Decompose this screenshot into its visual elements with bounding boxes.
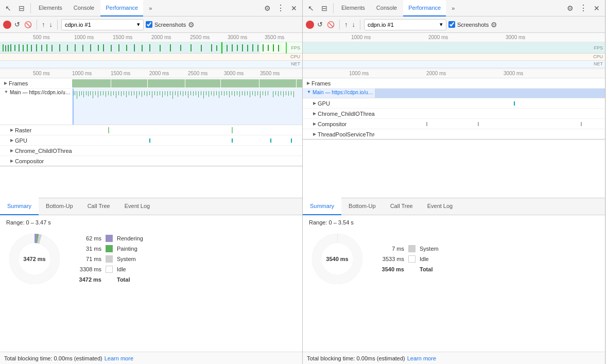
left-cpu-bar: CPU [0, 54, 302, 61]
tab-bottomup-left[interactable]: Bottom-Up [39, 198, 80, 215]
gpu-row-left[interactable]: ▶ GPU [0, 135, 302, 146]
tab-calltree-left[interactable]: Call Tree [80, 198, 117, 215]
right-timeline[interactable]: 1000 ms 2000 ms 3000 ms ▶ Frames ▼ Main … [303, 69, 605, 198]
left-rendering-name: Rendering [117, 235, 143, 241]
reload-icon-right[interactable]: ↺ [316, 20, 324, 29]
upload-icon-left[interactable]: ↑ [41, 20, 46, 29]
left-legend-total: 3472 ms Total [73, 276, 143, 283]
url-dropdown-right[interactable]: ▾ [440, 21, 443, 28]
left-donut-label: 3472 ms [23, 256, 45, 262]
more-tabs-left-icon[interactable]: » [144, 2, 157, 14]
left-footer-link[interactable]: Learn more [105, 355, 133, 361]
clear-icon-left[interactable]: 🚫 [23, 20, 33, 29]
gpu-arrow-right[interactable]: ▶ [313, 101, 316, 106]
svg-rect-52 [221, 79, 259, 88]
frames-row-right[interactable]: ▶ Frames [303, 78, 605, 89]
right-time-ruler: 1000 ms 2000 ms 3000 ms [303, 33, 605, 42]
child-io-row-right[interactable]: ▶ Chrome_ChildIOThread [303, 109, 605, 119]
gear-icon-right[interactable]: ⚙ [491, 21, 497, 29]
tick-500: 500 ms [33, 34, 50, 40]
close-right-icon[interactable]: ✕ [591, 2, 603, 14]
screenshots-input-left[interactable] [146, 21, 152, 28]
left-summary-panel: Range: 0 – 3.47 s 3472 ms [0, 215, 302, 352]
svg-rect-147 [149, 138, 150, 143]
tab-summary-right[interactable]: Summary [303, 198, 341, 215]
child-io-arrow-right[interactable]: ▶ [313, 111, 316, 116]
more-left-icon[interactable]: ⋮ [274, 2, 287, 14]
tab-bottomup-right[interactable]: Bottom-Up [341, 198, 383, 215]
compositor-row-right[interactable]: ▶ Compositor [303, 119, 605, 129]
settings-right-icon[interactable]: ⚙ [564, 2, 576, 14]
rtick-1000: 1000 ms [351, 34, 371, 40]
tab-console-right[interactable]: Console [371, 0, 402, 16]
frames-label-left: Frames [9, 80, 28, 86]
raster-arrow-left[interactable]: ▶ [10, 128, 13, 132]
tab-calltree-right[interactable]: Call Tree [383, 198, 420, 215]
threadpool-arrow-right[interactable]: ▶ [313, 132, 316, 136]
tab-summary-left[interactable]: Summary [0, 198, 39, 215]
clear-icon-right[interactable]: 🚫 [326, 20, 336, 29]
cursor-icon[interactable]: ↖ [2, 2, 14, 14]
panel-icon[interactable]: ⊟ [15, 2, 28, 14]
download-icon-left[interactable]: ↓ [48, 20, 54, 29]
url-dropdown-left[interactable]: ▾ [137, 21, 140, 28]
svg-rect-165 [514, 101, 515, 106]
left-idle-val: 3308 ms [73, 266, 101, 272]
left-toolbar2: ↺ 🚫 ↑ ↓ cdpn.io #1 ▾ Screenshots ⚙ [0, 16, 302, 33]
left-idle-swatch [106, 266, 113, 273]
right-footer-text: Total blocking time: 0.00ms (estimated) [307, 355, 405, 361]
child-io-arrow-left[interactable]: ▶ [10, 148, 13, 153]
tab-elements-left[interactable]: Elements [33, 0, 67, 16]
tab-eventlog-right[interactable]: Event Log [420, 198, 460, 215]
compositor-row-left[interactable]: ▶ Compositor [0, 156, 302, 166]
screenshots-input-right[interactable] [448, 21, 455, 28]
main-arrow-left[interactable]: ▼ [4, 90, 8, 94]
download-icon-right[interactable]: ↓ [351, 20, 357, 29]
main-row-left[interactable]: ▼ Main — https://cdpn.io/una/debug/c9edd… [0, 89, 302, 125]
frames-row-left[interactable]: ▶ Frames [0, 78, 302, 89]
tab-elements-right[interactable]: Elements [336, 0, 370, 16]
main-arrow-right[interactable]: ▼ [307, 90, 311, 94]
right-fps-bar: FPS [303, 42, 605, 54]
right-footer-link[interactable]: Learn more [407, 355, 436, 361]
more-tabs-right-icon[interactable]: » [447, 2, 459, 14]
svg-rect-168 [581, 122, 582, 126]
compositor-track-right [375, 119, 605, 129]
panel-icon-right[interactable]: ⊟ [318, 2, 331, 14]
settings-left-icon[interactable]: ⚙ [261, 2, 273, 14]
svg-rect-46 [221, 42, 222, 54]
gpu-row-right[interactable]: ▶ GPU [303, 98, 605, 109]
cursor-icon-right[interactable]: ↖ [305, 2, 317, 14]
record-button-left[interactable] [3, 21, 11, 29]
separator-right [333, 3, 334, 13]
right-donut-label: 3540 ms [326, 256, 348, 262]
svg-rect-45 [0, 42, 260, 54]
raster-row-left[interactable]: ▶ Raster [0, 125, 302, 135]
tab-performance-left[interactable]: Performance [100, 0, 143, 16]
tab-console-left[interactable]: Console [68, 0, 99, 16]
compositor-arrow-right[interactable]: ▶ [313, 122, 316, 126]
record-button-right[interactable] [306, 21, 314, 29]
screenshots-checkbox-right[interactable]: Screenshots [448, 21, 489, 28]
compositor-arrow-left[interactable]: ▶ [10, 159, 13, 163]
child-io-row-left[interactable]: ▶ Chrome_ChildIOThread [0, 146, 302, 156]
main-row-right[interactable]: ▼ Main — https://cdpn.io/una/debug/c9edd… [303, 89, 605, 98]
left-time-ruler2: 500 ms 1000 ms 1500 ms 2000 ms 2500 ms 3… [0, 69, 302, 78]
tab-performance-right[interactable]: Performance [403, 0, 446, 16]
left-panel: ↖ ⊟ Elements Console Performance » ⚙ ⋮ ✕… [0, 0, 303, 364]
gpu-arrow-left[interactable]: ▶ [10, 138, 13, 143]
close-left-icon[interactable]: ✕ [288, 2, 300, 14]
threadpool-row-right[interactable]: ▶ ThreadPoolServiceThread [303, 129, 605, 140]
frames-arrow-right[interactable]: ▶ [307, 81, 310, 85]
reload-icon-left[interactable]: ↺ [13, 20, 21, 29]
frames-arrow-left[interactable]: ▶ [4, 81, 7, 85]
gear-icon-left[interactable]: ⚙ [188, 21, 195, 29]
left-timeline[interactable]: 500 ms 1000 ms 1500 ms 2000 ms 2500 ms 3… [0, 69, 302, 198]
screenshots-checkbox-left[interactable]: Screenshots [146, 21, 186, 28]
svg-rect-51 [185, 79, 220, 88]
frames-label-right: Frames [311, 80, 331, 86]
more-right-icon[interactable]: ⋮ [577, 2, 590, 14]
upload-icon-right[interactable]: ↑ [343, 20, 349, 29]
right-footer: Total blocking time: 0.00ms (estimated) … [303, 352, 605, 364]
tab-eventlog-left[interactable]: Event Log [117, 198, 158, 215]
